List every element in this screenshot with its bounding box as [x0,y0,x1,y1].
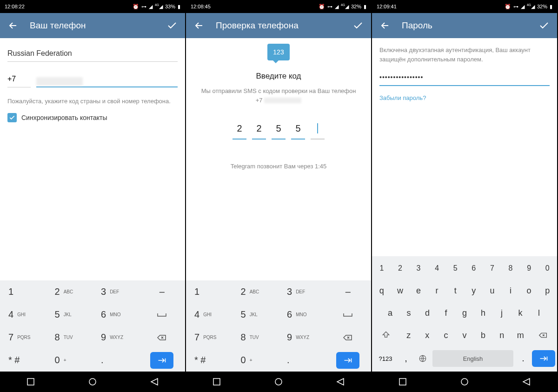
nav-recent[interactable] [213,378,221,386]
numpad-key-8[interactable]: 8TUV [232,326,279,349]
nav-home[interactable] [88,378,97,386]
key-j[interactable]: j [493,303,511,323]
backspace-key[interactable] [530,325,556,345]
numpad-key-7[interactable]: 7PQRS [0,326,46,349]
key-s[interactable]: s [400,303,418,323]
numpad-key-.[interactable]: . [93,349,139,372]
numpad-key-0[interactable]: 0+ [46,349,93,372]
period-key[interactable]: . [515,348,531,369]
code-digit[interactable]: 5 [291,123,305,140]
numpad-key-5[interactable]: 5JKL [46,303,93,326]
key-n[interactable]: n [493,325,511,345]
key-u[interactable]: u [484,280,501,301]
key-t[interactable]: t [446,280,464,301]
key-b[interactable]: b [474,325,492,345]
enter-key[interactable] [325,349,372,372]
back-button[interactable] [7,20,19,31]
numpad-key-9[interactable]: 9WXYZ [279,326,325,349]
symbols-key[interactable]: ?123 [374,348,397,369]
key-1[interactable]: 1 [373,258,391,279]
back-button[interactable] [193,20,205,31]
key-l[interactable]: l [530,303,548,323]
nav-recent[interactable] [27,378,35,386]
confirm-button[interactable] [538,20,550,31]
enter-key[interactable] [532,350,555,367]
backspace-key[interactable] [139,326,186,349]
key-v[interactable]: v [456,325,473,345]
shift-key[interactable] [373,325,399,345]
key-z[interactable]: z [400,325,418,345]
key-6[interactable]: 6 [465,258,483,279]
password-input[interactable]: •••••••••••••••• [379,73,550,86]
country-select[interactable]: Russian Federation [7,46,178,62]
numpad-key-4[interactable]: 4GHI [0,303,46,326]
key-i[interactable]: i [502,280,519,301]
key-q[interactable]: q [373,280,391,301]
key-7[interactable]: 7 [484,258,501,279]
space-key[interactable] [325,303,372,326]
numpad-key-1[interactable]: 1 [186,280,232,303]
numpad-key-–[interactable]: – [139,280,186,303]
code-digit[interactable]: 2 [252,123,266,140]
numpad-key-6[interactable]: 6MNO [93,303,139,326]
key-8[interactable]: 8 [502,258,519,279]
confirm-button[interactable] [166,20,178,31]
numpad-key-4[interactable]: 4GHI [186,303,232,326]
key-r[interactable]: r [428,280,446,301]
key-4[interactable]: 4 [428,258,446,279]
code-input-group[interactable]: 2 2 5 5 [193,123,364,140]
phone-number-input[interactable] [36,73,178,87]
numpad-key-–[interactable]: – [325,280,372,303]
numpad-key-5[interactable]: 5JKL [232,303,279,326]
numpad-key-* #[interactable]: * # [0,349,46,372]
key-f[interactable]: f [437,303,455,323]
language-key[interactable] [415,348,431,369]
key-9[interactable]: 9 [520,258,538,279]
space-key[interactable]: English [432,350,513,367]
key-2[interactable]: 2 [392,258,409,279]
key-y[interactable]: y [465,280,483,301]
country-code-input[interactable]: +7 [7,71,31,87]
code-digit[interactable] [311,123,325,140]
space-key[interactable] [139,303,186,326]
numpad-key-9[interactable]: 9WXYZ [93,326,139,349]
key-e[interactable]: e [410,280,427,301]
numpad-key-3[interactable]: 3DEF [279,280,325,303]
sync-contacts-row[interactable]: Синхронизировать контакты [7,113,178,122]
nav-home[interactable] [460,378,469,386]
backspace-key[interactable] [325,326,372,349]
code-digit[interactable]: 5 [272,123,286,140]
confirm-button[interactable] [352,20,364,31]
numpad-key-3[interactable]: 3DEF [93,280,139,303]
nav-back[interactable] [336,378,345,386]
key-0[interactable]: 0 [538,258,556,279]
numpad-key-2[interactable]: 2ABC [232,280,279,303]
comma-key[interactable]: , [398,348,414,369]
numpad-key-2[interactable]: 2ABC [46,280,93,303]
key-p[interactable]: p [538,280,556,301]
numpad-key-1[interactable]: 1 [0,280,46,303]
nav-back[interactable] [522,378,531,386]
key-5[interactable]: 5 [446,258,464,279]
key-x[interactable]: x [418,325,436,345]
numpad-key-0[interactable]: 0+ [232,349,279,372]
key-k[interactable]: k [512,303,529,323]
numpad-key-8[interactable]: 8TUV [46,326,93,349]
numpad-key-.[interactable]: . [279,349,325,372]
key-w[interactable]: w [392,280,409,301]
nav-recent[interactable] [399,378,407,386]
key-m[interactable]: m [512,325,529,345]
enter-key[interactable] [139,349,186,372]
key-3[interactable]: 3 [410,258,427,279]
numpad-key-6[interactable]: 6MNO [279,303,325,326]
key-o[interactable]: o [520,280,538,301]
nav-back[interactable] [150,378,159,386]
numpad-key-* #[interactable]: * # [186,349,232,372]
back-button[interactable] [379,20,391,31]
key-g[interactable]: g [456,303,473,323]
key-a[interactable]: a [381,303,399,323]
nav-home[interactable] [274,378,283,386]
key-c[interactable]: c [437,325,455,345]
key-h[interactable]: h [474,303,492,323]
key-d[interactable]: d [418,303,436,323]
